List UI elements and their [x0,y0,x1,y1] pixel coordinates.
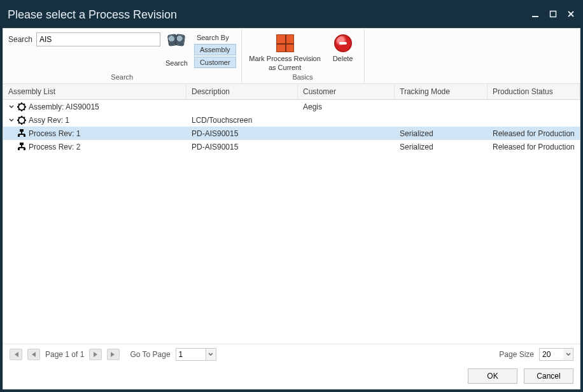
cell-customer: Aegis [298,101,395,113]
minimize-icon [531,10,539,18]
process-icon [17,129,26,138]
window-controls [531,10,575,18]
goto-page-label: Go To Page [130,350,170,359]
ribbon-group-search-label: Search [8,72,236,82]
cell-assembly: Process Rev: 2 [3,141,186,153]
search-input[interactable] [36,32,160,46]
row-label: Assy Rev: 1 [29,116,69,125]
binoculars-icon [167,32,185,46]
pager: Page 1 of 1 Go To Page Page Size [3,344,580,365]
cell-tracking [395,119,488,122]
search-button-label: Search [165,59,188,67]
expander-icon[interactable] [8,104,15,110]
cell-tracking: Serialized [395,128,488,139]
cell-description: LCD/Touchscreen [186,115,298,126]
cell-customer [298,146,395,148]
search-button[interactable]: Search [164,32,189,67]
cancel-button[interactable]: Cancel [524,368,573,384]
table-row[interactable]: Process Rev: 1PD-AIS90015SerializedRelea… [3,127,580,140]
search-panel: Search Search Search By Assembly Custome… [8,31,236,68]
assembly-icon [17,102,26,111]
page-indicator: Page 1 of 1 [45,350,84,359]
last-page-icon [110,351,116,358]
col-tracking[interactable]: Tracking Mode [395,84,488,99]
goto-page-input[interactable] [176,348,206,361]
search-by-assembly[interactable]: Assembly [194,44,236,55]
search-by-customer[interactable]: Customer [194,57,236,68]
page-size-label: Page Size [499,350,534,359]
cell-tracking [395,106,488,108]
table-row[interactable]: Assy Rev: 1LCD/Touchscreen [3,113,580,127]
ribbon-group-basics: Mark Process Revision as Current Delete … [242,29,365,83]
cell-status [488,119,580,122]
col-status[interactable]: Production Status [488,84,580,99]
ok-button[interactable]: OK [468,368,517,384]
row-label: Process Rev: 2 [29,143,80,151]
mark-current-line2: as Current [269,63,301,72]
search-label: Search [8,32,32,44]
last-page-button[interactable] [107,349,120,360]
close-button[interactable] [566,10,575,18]
cell-assembly: Process Rev: 1 [3,128,186,139]
cell-customer [298,119,395,122]
cell-assembly: Assy Rev: 1 [3,115,186,126]
delete-label: Delete [333,54,353,63]
window-title: Please select a Process Revision [8,7,531,22]
svg-rect-1 [551,11,556,17]
goto-page-dropdown[interactable] [206,348,216,361]
ribbon-group-search: Search Search Search By Assembly Custome… [3,29,242,83]
mark-current-line1: Mark Process Revision [249,54,320,63]
client-area: Search Search Search By Assembly Custome… [3,28,580,389]
row-label: Assembly: AIS90015 [29,102,99,111]
ribbon: Search Search Search By Assembly Custome… [3,29,580,84]
results-grid: Assembly List Description Customer Track… [3,84,580,344]
next-page-icon [92,351,99,358]
maximize-button[interactable] [549,10,558,18]
grid-header: Assembly List Description Customer Track… [3,84,580,100]
page-size-dropdown[interactable] [563,348,573,361]
cell-description [186,106,298,108]
assembly-icon [17,116,26,125]
expander-icon[interactable] [8,117,15,123]
first-page-button[interactable] [10,349,22,360]
cell-description: PD-AIS90015 [186,128,298,139]
page-size-input[interactable] [539,348,563,361]
mark-current-icon [276,34,294,52]
cell-customer [298,132,395,135]
col-customer[interactable]: Customer [298,84,395,99]
grid-body: Assembly: AIS90015AegisAssy Rev: 1LCD/To… [3,100,580,153]
process-icon [17,143,26,151]
prev-page-button[interactable] [27,349,40,360]
maximize-icon [549,10,557,18]
minimize-button[interactable] [531,10,540,18]
search-by-title: Search By [194,32,236,43]
chevron-down-icon [566,352,571,357]
cell-description: PD-AIS90015 [186,141,298,153]
close-icon [567,10,575,18]
cell-status: Released for Production [488,128,580,139]
prev-page-icon [31,351,37,358]
title-bar: Please select a Process Revision [0,0,583,28]
col-assembly[interactable]: Assembly List [3,84,186,99]
mark-current-button[interactable]: Mark Process Revision as Current [247,32,323,72]
cell-assembly: Assembly: AIS90015 [3,101,186,113]
search-by-panel: Search By Assembly Customer [193,32,236,68]
row-label: Process Rev: 1 [29,129,80,138]
ribbon-group-basics-label: Basics [247,72,359,82]
col-description[interactable]: Description [186,84,298,99]
table-row[interactable]: Assembly: AIS90015Aegis [3,100,580,113]
delete-icon [334,34,352,52]
table-row[interactable]: Process Rev: 2PD-AIS90015SerializedRelea… [3,140,580,153]
dialog-footer: OK Cancel [3,365,580,389]
cell-status: Released for Production [488,141,580,153]
chevron-down-icon [208,352,213,357]
next-page-button[interactable] [89,349,102,360]
first-page-icon [13,351,19,358]
delete-button[interactable]: Delete [327,32,359,63]
cell-tracking: Serialized [395,141,488,153]
cell-status [488,106,580,108]
dialog-window: Please select a Process Revision Search [0,0,583,392]
